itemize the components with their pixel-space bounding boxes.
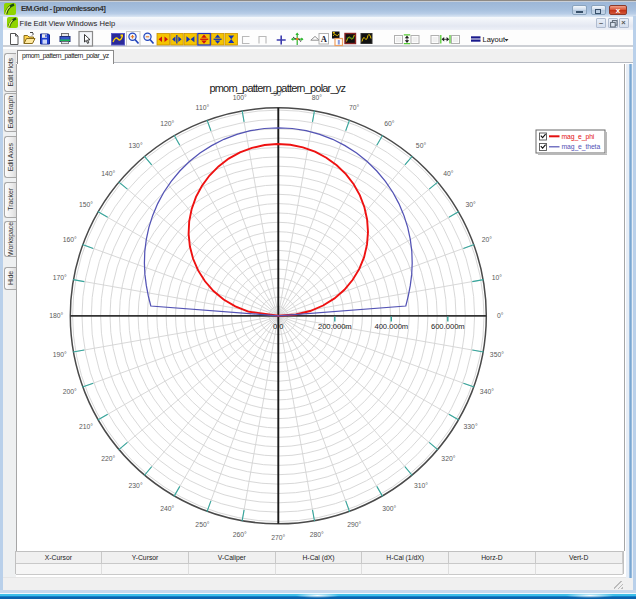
svg-text:270°: 270° <box>271 534 285 541</box>
svg-text:260°: 260° <box>233 531 247 538</box>
svg-text:160°: 160° <box>63 236 77 243</box>
svg-text:330°: 330° <box>464 423 478 430</box>
svg-text:280°: 280° <box>310 531 324 538</box>
svg-text:220°: 220° <box>101 455 115 462</box>
svg-text:300°: 300° <box>382 505 396 512</box>
svg-text:600.000m: 600.000m <box>431 322 465 331</box>
svg-text:mag_e_phi: mag_e_phi <box>562 133 595 141</box>
svg-text:mag_e_theta: mag_e_theta <box>562 143 601 151</box>
svg-text:pmom_pattern_pattern_polar_yz: pmom_pattern_pattern_polar_yz <box>209 82 345 94</box>
svg-text:0.0: 0.0 <box>273 322 284 331</box>
svg-text:250°: 250° <box>195 521 209 528</box>
svg-text:70°: 70° <box>349 104 360 111</box>
svg-text:350°: 350° <box>490 351 504 358</box>
svg-text:290°: 290° <box>347 521 361 528</box>
svg-text:240°: 240° <box>160 505 174 512</box>
svg-text:200.000m: 200.000m <box>318 322 352 331</box>
svg-text:130°: 130° <box>129 142 143 149</box>
svg-text:180°: 180° <box>49 312 63 319</box>
svg-text:230°: 230° <box>129 482 143 489</box>
svg-text:400.000m: 400.000m <box>374 322 408 331</box>
svg-text:120°: 120° <box>160 120 174 127</box>
svg-text:50°: 50° <box>416 142 427 149</box>
svg-text:100°: 100° <box>233 94 247 101</box>
svg-text:30°: 30° <box>465 201 476 208</box>
svg-text:10°: 10° <box>492 274 503 281</box>
svg-text:140°: 140° <box>101 170 115 177</box>
svg-text:340°: 340° <box>480 388 494 395</box>
svg-text:310°: 310° <box>414 482 428 489</box>
svg-text:110°: 110° <box>196 104 210 111</box>
svg-text:20°: 20° <box>482 236 493 243</box>
svg-text:40°: 40° <box>443 170 454 177</box>
svg-text:210°: 210° <box>79 423 93 430</box>
svg-text:60°: 60° <box>384 120 395 127</box>
svg-text:170°: 170° <box>53 274 67 281</box>
svg-text:80°: 80° <box>312 94 323 101</box>
svg-text:0°: 0° <box>497 312 504 319</box>
svg-text:190°: 190° <box>53 351 67 358</box>
svg-text:200°: 200° <box>63 388 77 395</box>
svg-text:320°: 320° <box>441 455 455 462</box>
svg-text:150°: 150° <box>79 201 93 208</box>
